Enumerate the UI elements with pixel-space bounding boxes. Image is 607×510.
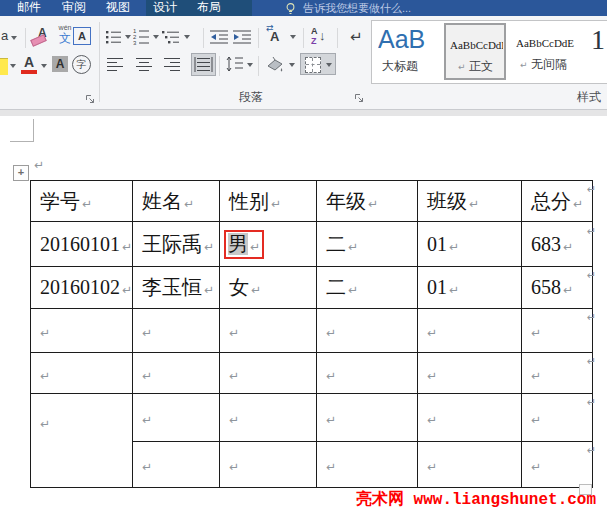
empty-cell[interactable]: ↵: [317, 442, 418, 488]
empty-cell[interactable]: ↵: [220, 353, 317, 394]
empty-cell[interactable]: ↵: [317, 309, 418, 353]
header-cell[interactable]: 性别↵: [220, 181, 317, 222]
table-cell[interactable]: 20160102↵: [31, 267, 133, 309]
shading-bucket-button[interactable]: [265, 56, 285, 73]
empty-cell[interactable]: ↵: [31, 353, 133, 394]
header-cell[interactable]: 总分↵: [522, 181, 593, 222]
empty-cell[interactable]: ↵: [522, 353, 593, 394]
enclose-characters-button[interactable]: 字: [72, 55, 91, 74]
header-cell[interactable]: 年级↵: [317, 181, 418, 222]
header-cell[interactable]: 班级↵: [418, 181, 522, 222]
table-cell[interactable]: 李玉恒↵: [133, 267, 220, 309]
chevron-down-icon[interactable]: [290, 35, 296, 39]
red-selection-box: 男↵: [224, 230, 264, 259]
table-row: 学号↵ 姓名↵ 性别↵ 年级↵ 班级↵ 总分↵: [31, 181, 593, 222]
asian-layout-button[interactable]: A ⇄: [266, 27, 286, 47]
tab-view[interactable]: 视图: [106, 0, 130, 16]
tell-me-box[interactable]: 告诉我您想要做什么...: [303, 1, 411, 16]
line-spacing-button[interactable]: [226, 56, 244, 72]
table-cell[interactable]: 女↵: [220, 267, 317, 309]
character-shading-button[interactable]: A: [52, 56, 68, 72]
decrease-indent-button[interactable]: [210, 29, 229, 45]
table-cell[interactable]: 二↵: [317, 222, 418, 267]
table-row: 20160102↵ 李玉恒↵ 女↵ 二↵ 01↵ 658↵: [31, 267, 593, 309]
merged-cell[interactable]: ↵: [31, 394, 133, 488]
table-cell-highlighted[interactable]: 男↵: [220, 222, 317, 267]
table-cell[interactable]: 01↵: [418, 222, 522, 267]
style-item-normal-selected[interactable]: AaBbCcDdE ↵ 正文: [444, 23, 506, 80]
header-cell[interactable]: 姓名↵: [133, 181, 220, 222]
empty-cell[interactable]: ↵: [133, 394, 220, 442]
tab-table-layout[interactable]: 布局: [197, 0, 221, 16]
styles-group-label: 样式: [577, 89, 601, 106]
text-highlight-color-button[interactable]: [0, 58, 8, 75]
numbering-button[interactable]: 123: [133, 27, 150, 45]
change-case-button[interactable]: a: [1, 28, 8, 43]
tab-review[interactable]: 审阅: [62, 0, 86, 16]
empty-cell[interactable]: ↵: [220, 309, 317, 353]
font-dialog-launcher[interactable]: [85, 94, 95, 104]
table-cell[interactable]: 01↵: [418, 267, 522, 309]
align-left-button[interactable]: [107, 57, 124, 72]
show-hide-marks-button[interactable]: ↵: [350, 28, 363, 46]
chevron-down-icon[interactable]: [125, 35, 131, 39]
bullets-button[interactable]: [105, 29, 122, 45]
increase-indent-button[interactable]: [233, 29, 252, 45]
empty-cell[interactable]: ↵: [317, 394, 418, 442]
empty-cell[interactable]: ↵: [133, 353, 220, 394]
chevron-down-icon[interactable]: [41, 64, 47, 68]
table-cell[interactable]: 王际禹↵: [133, 222, 220, 267]
end-of-row-mark: ↵: [587, 269, 596, 282]
align-center-button[interactable]: [136, 57, 153, 72]
table-cell[interactable]: 20160101↵: [31, 222, 133, 267]
borders-button[interactable]: [300, 53, 336, 75]
chevron-down-icon[interactable]: [247, 63, 253, 67]
justify-button-selected[interactable]: [191, 53, 216, 76]
divider: [303, 28, 304, 48]
table-cell[interactable]: 683↵: [522, 222, 593, 267]
end-of-row-mark: ↵: [587, 225, 596, 238]
clear-formatting-button[interactable]: A: [31, 26, 53, 48]
empty-cell[interactable]: ↵: [220, 394, 317, 442]
divider: [203, 28, 204, 48]
empty-cell[interactable]: ↵: [522, 309, 593, 353]
chevron-down-icon[interactable]: [10, 64, 16, 68]
empty-cell[interactable]: ↵: [522, 442, 593, 488]
chevron-down-icon[interactable]: [184, 35, 190, 39]
watermark-text: 亮术网 www.liangshunet.com: [356, 489, 596, 510]
header-cell[interactable]: 学号↵: [31, 181, 133, 222]
empty-cell[interactable]: ↵: [418, 309, 522, 353]
table-cell[interactable]: 658↵: [522, 267, 593, 309]
tab-mailings[interactable]: 邮件: [17, 0, 41, 16]
chevron-down-icon[interactable]: [11, 36, 17, 40]
sort-button[interactable]: A Z ↓: [311, 26, 331, 48]
multilevel-list-button[interactable]: [162, 29, 180, 45]
empty-cell[interactable]: ↵: [31, 309, 133, 353]
chevron-down-icon[interactable]: [153, 35, 159, 39]
empty-cell[interactable]: ↵: [133, 442, 220, 488]
style-item-no-spacing[interactable]: AaBbCcDdE ↵ 无间隔: [512, 23, 578, 80]
empty-cell[interactable]: ↵: [418, 394, 522, 442]
end-of-row-mark: ↵: [587, 444, 596, 457]
table-row: 20160101↵ 王际禹↵ 男↵ 二↵ 01↵ 683↵: [31, 222, 593, 267]
empty-cell[interactable]: ↵: [418, 442, 522, 488]
character-border-button[interactable]: A: [73, 27, 91, 45]
empty-cell[interactable]: ↵: [317, 353, 418, 394]
empty-cell[interactable]: ↵: [522, 394, 593, 442]
empty-cell[interactable]: ↵: [418, 353, 522, 394]
empty-cell[interactable]: ↵: [220, 442, 317, 488]
empty-cell[interactable]: ↵: [133, 309, 220, 353]
tab-table-design[interactable]: 设计: [153, 0, 177, 16]
lightbulb-icon: [284, 2, 297, 15]
table-cell[interactable]: 二↵: [317, 267, 418, 309]
pilcrow-icon: ↵: [458, 62, 466, 72]
style-item-title[interactable]: AaB 大标题: [378, 24, 440, 80]
student-table: 学号↵ 姓名↵ 性别↵ 年级↵ 班级↵ 总分↵ 20160101↵ 王际禹↵ 男…: [30, 180, 593, 488]
paragraph-dialog-launcher[interactable]: [354, 93, 364, 103]
align-right-button[interactable]: [164, 57, 181, 72]
chevron-down-icon[interactable]: [289, 63, 295, 67]
style-item-heading1-partial[interactable]: 1: [591, 24, 605, 56]
table-row: ↵ ↵ ↵ ↵ ↵ ↵: [31, 309, 593, 353]
table-move-handle[interactable]: +: [13, 165, 29, 181]
font-color-button[interactable]: A: [21, 54, 39, 76]
